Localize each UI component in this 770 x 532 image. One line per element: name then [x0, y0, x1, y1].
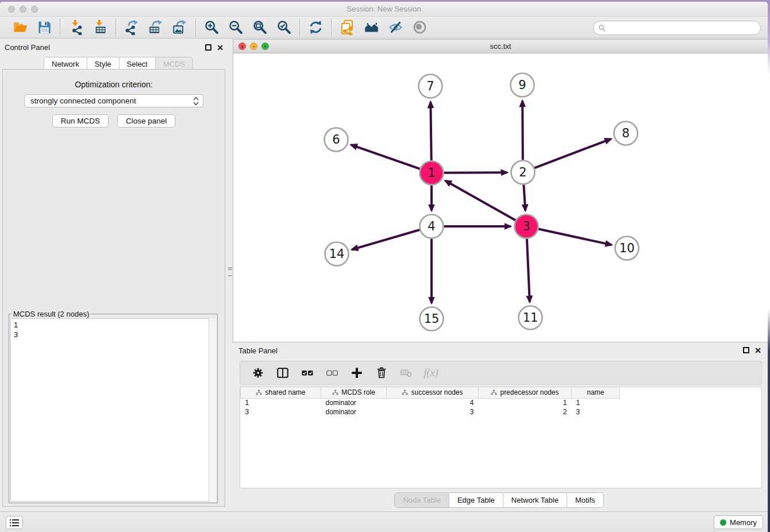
edge-3-1[interactable]	[445, 181, 515, 221]
criterion-select[interactable]: strongly connected component	[24, 94, 203, 107]
search-input[interactable]	[606, 22, 760, 34]
gear-button[interactable]	[251, 365, 265, 380]
column-header-MCDS-role[interactable]: MCDS role	[321, 387, 387, 398]
column-header-predecessor-nodes[interactable]: predecessor nodes	[479, 387, 572, 398]
mcds-tab-content: Optimization criterion: strongly connect…	[2, 69, 225, 507]
optimization-criterion-label: Optimization criterion:	[3, 80, 225, 89]
home-button[interactable]	[361, 18, 381, 37]
memory-button[interactable]: Memory	[714, 515, 763, 529]
import-network-button[interactable]	[66, 18, 86, 37]
export-table-icon	[148, 20, 164, 35]
table-cell[interactable]: 1	[479, 398, 572, 407]
export-image-button[interactable]	[170, 18, 190, 37]
edge-2-3[interactable]	[523, 184, 525, 210]
copy-network-button[interactable]	[337, 18, 357, 37]
import-table-button[interactable]	[90, 18, 110, 37]
node-label-3: 3	[522, 219, 530, 233]
table-row[interactable]: 1dominator411	[241, 398, 620, 407]
network-canvas[interactable]: 7968124314101511	[233, 53, 768, 342]
edge-3-10[interactable]	[538, 229, 611, 245]
function-builder-icon: f(x)	[424, 367, 438, 379]
mcds-result-list[interactable]: 13	[10, 318, 216, 502]
node-label-2: 2	[519, 165, 526, 179]
column-type-icon	[491, 390, 497, 396]
function-builder-button: f(x)	[424, 365, 438, 380]
delete-column-button[interactable]	[374, 365, 389, 380]
refresh-button[interactable]	[306, 18, 325, 37]
table-cell[interactable]: 4	[387, 398, 479, 407]
edge-1-6[interactable]	[351, 145, 420, 169]
table-panel-header: Table Panel ✕	[233, 344, 765, 358]
zoom-fit-icon	[252, 20, 268, 35]
zoom-fit-button[interactable]	[250, 18, 270, 37]
table-row[interactable]: 3dominator323	[241, 407, 620, 417]
table-cell[interactable]: 3	[241, 407, 321, 417]
float-table-panel-icon[interactable]	[743, 347, 749, 353]
zoom-out-button[interactable]	[226, 18, 245, 37]
node-label-10: 10	[619, 241, 635, 255]
refresh-icon	[308, 20, 324, 35]
hide-selected-button[interactable]	[386, 18, 405, 37]
window-title: Session: New Session	[0, 5, 768, 13]
deselect-all-button[interactable]	[325, 365, 340, 380]
control-panel: Control Panel ✕ NetworkStyleSelectMCDS O…	[0, 39, 228, 511]
node-table: shared nameMCDS rolesuccessor nodesprede…	[240, 387, 762, 488]
tab-motifs[interactable]: Motifs	[567, 493, 603, 507]
edge-1-2[interactable]	[444, 172, 507, 173]
zoom-out-icon	[228, 20, 244, 35]
close-table-panel-icon[interactable]: ✕	[754, 346, 761, 355]
toolbar-group	[116, 18, 195, 37]
tab-network-table[interactable]: Network Table	[503, 493, 567, 507]
node-label-8: 8	[622, 126, 629, 140]
edge-2-8[interactable]	[534, 139, 611, 168]
zoom-selected-button[interactable]	[274, 18, 294, 37]
column-header-successor-nodes[interactable]: successor nodes	[387, 387, 479, 398]
close-panel-button[interactable]: Close panel	[117, 114, 175, 128]
export-network-button[interactable]	[122, 18, 141, 37]
deselect-all-icon	[326, 367, 338, 379]
tab-edge-table[interactable]: Edge Table	[449, 493, 503, 507]
search-box[interactable]	[593, 21, 761, 35]
zoom-in-button[interactable]	[202, 18, 221, 37]
column-type-icon	[402, 390, 408, 396]
panel-splitter-grip[interactable]	[228, 267, 232, 276]
table-cell[interactable]: dominator	[321, 398, 387, 407]
node-label-14: 14	[329, 247, 345, 261]
table-cell[interactable]: 3	[387, 407, 479, 417]
table-toolbar: f(x)	[240, 361, 762, 385]
criterion-selected-value: strongly connected component	[30, 97, 192, 105]
toolbar-group	[5, 18, 60, 37]
float-panel-icon[interactable]	[205, 44, 211, 51]
show-eye-button[interactable]	[410, 18, 429, 37]
network-view-title: scc.txt	[233, 42, 768, 51]
task-history-button[interactable]	[6, 516, 23, 529]
app-window: Session: New Session Control Panel ✕ Net…	[0, 2, 768, 532]
column-header-name[interactable]: name	[572, 387, 620, 398]
split-view-button[interactable]	[275, 365, 290, 380]
table-cell[interactable]: 3	[572, 407, 620, 417]
close-panel-icon[interactable]: ✕	[217, 43, 224, 52]
export-image-icon	[172, 20, 188, 35]
edge-1-7[interactable]	[430, 102, 431, 160]
table-cell[interactable]: 1	[241, 398, 321, 407]
edge-2-9[interactable]	[522, 101, 523, 160]
copy-network-icon	[340, 20, 355, 35]
edge-4-14[interactable]	[352, 230, 419, 249]
run-mcds-button[interactable]: Run MCDS	[52, 114, 109, 128]
column-header-shared-name[interactable]: shared name	[241, 387, 321, 398]
add-column-icon	[351, 367, 363, 379]
table-cell[interactable]: 2	[479, 407, 572, 417]
table-cell[interactable]: dominator	[321, 407, 387, 417]
desktop-wallpaper-sliver	[768, 0, 770, 532]
edge-3-11[interactable]	[527, 238, 530, 302]
table-cell[interactable]: 1	[572, 398, 620, 407]
add-column-button[interactable]	[349, 365, 364, 380]
tab-node-table[interactable]: Node Table	[395, 493, 449, 507]
result-scrollbar[interactable]	[209, 318, 216, 502]
table-panel: Table Panel ✕ f(x) shared nameMCDS roles…	[233, 344, 765, 511]
open-folder-button[interactable]	[10, 18, 30, 37]
select-all-button[interactable]	[300, 365, 315, 380]
save-button[interactable]	[34, 18, 54, 37]
export-table-button[interactable]	[146, 18, 165, 37]
node-label-7: 7	[426, 79, 434, 93]
